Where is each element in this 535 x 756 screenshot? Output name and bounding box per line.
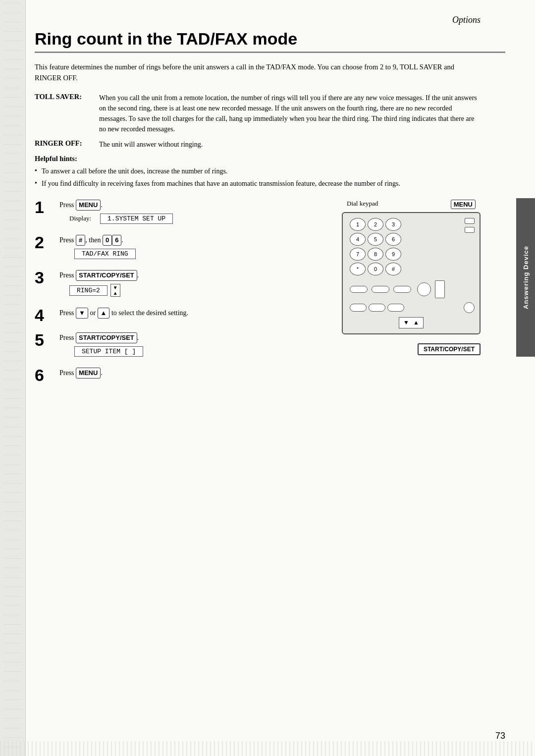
definition-ringer-off: RINGER OFF: The unit will answer without… [35,139,505,150]
device-oval-2 [372,286,389,293]
start-copy-set-button-step3: START/COPY/SET [76,270,137,281]
key-star: * [350,263,366,275]
menu-button-step6: MENU [76,368,101,378]
zero-button-step2: 0 [103,235,112,246]
start-copy-set-device-label: START/COPY/SET [418,343,481,355]
key-2: 2 [368,218,383,231]
step-1-instruction: Press MENU. [59,200,327,211]
step-2-content: Press #, then 06. TAD/FAX RING [59,235,327,261]
left-edge-decoration [0,0,26,756]
hash-button-step2: # [76,235,85,246]
device-down-arrow: ▼ [403,319,409,326]
step-1-display-value: 1.SYSTEM SET UP [100,214,173,224]
section-header: Options [35,15,505,25]
down-button-step4: ▼ [76,308,88,319]
key-4: 4 [350,233,366,246]
key-9: 9 [385,248,401,261]
device-right-buttons [465,218,475,233]
key-1: 1 [350,218,366,231]
definition-toll-saver: TOLL SAVER: When you call the unit from … [35,93,505,134]
step-4-instruction: Press ▼ or ▲ to select the desired setti… [59,308,327,319]
step-5-display-row: SETUP ITEM [ ] [69,346,327,357]
device-diagram: Dial keypad MENU 1 2 3 4 5 6 7 [342,200,481,393]
key-8: 8 [368,248,383,261]
device-slider [435,280,445,298]
step-4-content: Press ▼ or ▲ to select the desired setti… [59,308,327,322]
dial-keypad-label: Dial keypad [347,200,378,209]
device-bottom-oval-3 [387,304,404,312]
device-bottom-oval-2 [369,304,385,312]
step-4: 4 Press ▼ or ▲ to select the desired set… [35,308,327,324]
step-3-number: 3 [35,269,59,286]
device-small-circle [464,302,475,313]
step-6-content: Press MENU. [59,368,327,381]
step-1-number: 1 [35,199,59,216]
step-2-instruction: Press #, then 06. [59,235,327,246]
device-oval-3 [393,286,411,293]
step-1-content: Press MENU. Display: 1.SYSTEM SET UP [59,200,327,226]
def-desc-ringer-off: The unit will answer without ringing. [94,139,203,150]
step-6-number: 6 [35,367,59,383]
device-oval-1 [350,286,368,293]
device-nav-arrows: ▼ ▲ [399,317,424,328]
step-2-display-value: TAD/FAX RING [74,249,136,259]
def-desc-toll-saver: When you call the unit from a remote loc… [94,93,481,134]
start-copy-set-button-step5: START/COPY/SET [76,332,137,343]
key-hash: # [385,263,401,275]
key-3: 3 [385,218,401,231]
step-1-display-row: Display: 1.SYSTEM SET UP [69,214,327,224]
step-6: 6 Press MENU. [35,368,327,383]
page-title: Ring count in the TAD/FAX mode [35,29,505,53]
sidebar-tab: Answering Device [516,198,535,357]
device-side-btn-1 [465,218,475,224]
device-labels: Dial keypad MENU [342,200,481,209]
page-number: 73 [495,731,505,741]
six-button-step2: 6 [112,235,121,246]
menu-button-step1: MENU [76,200,101,211]
step-3-display-value: RING=2 [69,285,107,296]
def-term-ringer-off: RINGER OFF: [35,139,94,150]
step-3: 3 Press START/COPY/SET. RING=2 ▼ ▲ [35,270,327,299]
key-7: 7 [350,248,366,261]
step-2: 2 Press #, then 06. TAD/FAX RING [35,235,327,261]
step-5-content: Press START/COPY/SET. SETUP ITEM [ ] [59,332,327,359]
def-term-toll-saver: TOLL SAVER: [35,93,94,134]
left-edge-texture [2,0,22,756]
step-5-instruction: Press START/COPY/SET. [59,332,327,343]
step-1: 1 Press MENU. Display: 1.SYSTEM SET UP [35,200,327,226]
device-side-btn-2 [465,227,475,233]
step-4-number: 4 [35,307,59,324]
menu-label-device: MENU [451,200,476,209]
section-label: Options [452,15,481,25]
steps-area: 1 Press MENU. Display: 1.SYSTEM SET UP 2 [35,200,505,393]
steps-list: 1 Press MENU. Display: 1.SYSTEM SET UP 2 [35,200,327,393]
key-5: 5 [368,233,383,246]
step-5: 5 Press START/COPY/SET. SETUP ITEM [ ] [35,332,327,359]
device-circle-btn [417,282,431,296]
step-3-display-row: RING=2 ▼ ▲ [69,284,327,297]
hints-section: Helpful hints: To answer a call before t… [35,155,505,189]
step-1-display-label: Display: [69,215,91,222]
intro-text: This feature determines the number of ri… [35,62,505,84]
hint-item-1: To answer a call before the unit does, i… [35,166,481,176]
device-keypad: 1 2 3 4 5 6 7 8 9 * 0 # [350,218,475,275]
step-5-number: 5 [35,331,59,348]
bottom-decoration [0,741,535,756]
step-3-content: Press START/COPY/SET. RING=2 ▼ ▲ [59,270,327,299]
device-body: 1 2 3 4 5 6 7 8 9 * 0 # [342,212,481,334]
sidebar-tab-label: Answering Device [522,246,530,309]
page: Answering Device Options Ring count in t… [0,0,535,756]
device-bottom-oval-1 [350,304,367,312]
step-2-display-row: TAD/FAX RING [69,249,327,259]
up-arrow-display: ▲ [113,290,118,296]
step-5-display-value: SETUP ITEM [ ] [74,346,143,357]
step-3-instruction: Press START/COPY/SET. [59,270,327,281]
device-up-arrow: ▲ [413,319,419,326]
step-2-number: 2 [35,234,59,251]
step-3-arrows: ▼ ▲ [110,284,120,297]
step-6-instruction: Press MENU. [59,368,327,378]
up-button-step4: ▲ [98,308,110,319]
down-arrow-display: ▼ [113,285,118,290]
hint-item-2: If you find difficulty in receiving faxe… [35,178,481,189]
key-6: 6 [385,233,401,246]
